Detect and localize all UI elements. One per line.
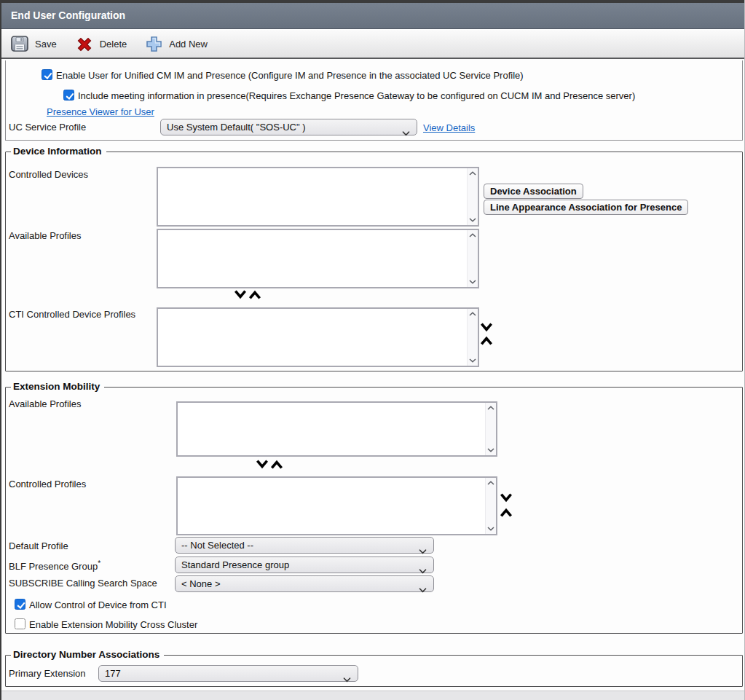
save-button[interactable]: Save <box>11 36 57 52</box>
add-new-button-label: Add New <box>169 39 208 50</box>
scroll-up-icon[interactable] <box>487 481 494 485</box>
subscribe-css-value: < None > <box>181 578 221 589</box>
em-controlled-profiles-label: Controlled Profiles <box>9 479 86 490</box>
cti-move-up-button[interactable] <box>481 336 492 345</box>
page-title: End User Configuration <box>1 3 744 29</box>
allow-cti-label: Allow Control of Device from CTI <box>29 599 167 611</box>
emcc-checkbox[interactable] <box>15 618 25 629</box>
extension-mobility-legend: Extension Mobility <box>11 381 104 392</box>
listbox-scrollbar <box>467 230 478 287</box>
scroll-down-icon[interactable] <box>487 448 494 452</box>
include-meeting-checkbox[interactable] <box>63 90 74 101</box>
scroll-up-icon[interactable] <box>469 233 476 237</box>
em-available-profiles-label: Available Profiles <box>9 398 81 410</box>
line-appearance-association-button[interactable]: Line Appearance Association for Presence <box>484 200 688 215</box>
default-profile-select[interactable]: -- Not Selected -- <box>175 537 434 554</box>
chevron-down-icon <box>343 672 351 687</box>
device-association-button[interactable]: Device Association <box>484 184 583 199</box>
scroll-up-icon[interactable] <box>469 171 476 176</box>
allow-cti-checkbox[interactable] <box>15 599 25 610</box>
add-new-button[interactable]: Add New <box>146 36 208 52</box>
cti-controlled-device-profiles-listbox[interactable] <box>157 307 479 367</box>
em-controlled-profiles-listbox[interactable] <box>176 476 497 535</box>
scroll-up-icon[interactable] <box>469 312 476 316</box>
scroll-down-icon[interactable] <box>487 527 494 531</box>
include-meeting-label: Include meeting information in presence(… <box>78 90 635 102</box>
uc-service-profile-value: Use System Default( "SOS-UC" ) <box>167 122 306 133</box>
em-move-up-button[interactable] <box>271 460 283 469</box>
di-available-profiles-listbox[interactable] <box>157 229 479 288</box>
controlled-devices-label: Controlled Devices <box>9 169 88 181</box>
presence-viewer-link[interactable]: Presence Viewer for User <box>47 106 154 118</box>
view-details-link[interactable]: View Details <box>423 122 475 134</box>
device-information-legend: Device Information <box>11 146 106 157</box>
blf-presence-group-select[interactable]: Standard Presence group <box>175 557 434 573</box>
scroll-down-icon[interactable] <box>469 280 476 284</box>
scroll-down-icon[interactable] <box>469 218 476 222</box>
chevron-down-icon <box>419 582 427 597</box>
blf-presence-group-value: Standard Presence group <box>181 559 289 570</box>
listbox-scrollbar <box>485 403 496 455</box>
directory-number-associations-legend: Directory Number Associations <box>11 649 164 660</box>
listbox-scrollbar <box>467 309 478 366</box>
default-profile-value: -- Not Selected -- <box>181 540 253 551</box>
cti-controlled-device-profiles-label: CTI Controlled Device Profiles <box>9 309 135 320</box>
delete-button-label: Delete <box>100 39 127 50</box>
em-move-down-button[interactable] <box>256 460 268 469</box>
di-move-down-button[interactable] <box>234 290 246 299</box>
di-available-profiles-label: Available Profiles <box>9 230 81 242</box>
uc-service-profile-select[interactable]: Use System Default( "SOS-UC" ) <box>160 119 417 135</box>
cti-move-down-button[interactable] <box>481 323 492 332</box>
enable-im-presence-label: Enable User for Unified CM IM and Presen… <box>56 70 524 82</box>
floppy-disk-icon <box>11 36 28 52</box>
required-asterisk: * <box>98 559 100 567</box>
blue-plus-icon <box>146 36 162 52</box>
subscribe-css-select[interactable]: < None > <box>175 575 434 592</box>
uc-service-profile-label: UC Service Profile <box>9 122 86 133</box>
scroll-up-icon[interactable] <box>487 406 494 410</box>
save-button-label: Save <box>35 39 57 50</box>
blf-presence-group-label: BLF Presence Group* <box>9 558 100 573</box>
di-move-up-button[interactable] <box>249 290 261 299</box>
scroll-down-icon[interactable] <box>469 358 476 363</box>
listbox-scrollbar <box>485 478 496 534</box>
primary-extension-select[interactable]: 177 <box>98 665 358 682</box>
end-user-configuration-page: End User Configuration Save <box>0 0 745 700</box>
primary-extension-label: Primary Extension <box>9 668 85 680</box>
toolbar: Save Delete Add New <box>1 30 744 59</box>
emcc-label: Enable Extension Mobility Cross Cluster <box>29 619 197 631</box>
subscribe-css-label: SUBSCRIBE Calling Search Space <box>9 578 157 589</box>
delete-button[interactable]: Delete <box>76 36 127 52</box>
enable-im-presence-checkbox[interactable] <box>42 69 52 80</box>
page-bottom-area <box>1 691 744 700</box>
chevron-down-icon <box>402 125 410 141</box>
em-cp-move-down-button[interactable] <box>500 493 512 503</box>
em-available-profiles-listbox[interactable] <box>176 401 497 457</box>
primary-extension-value: 177 <box>105 668 121 679</box>
default-profile-label: Default Profile <box>9 540 68 552</box>
em-cp-move-up-button[interactable] <box>500 508 512 517</box>
controlled-devices-listbox[interactable] <box>157 167 479 227</box>
red-x-icon <box>76 36 93 52</box>
listbox-scrollbar <box>467 168 478 225</box>
